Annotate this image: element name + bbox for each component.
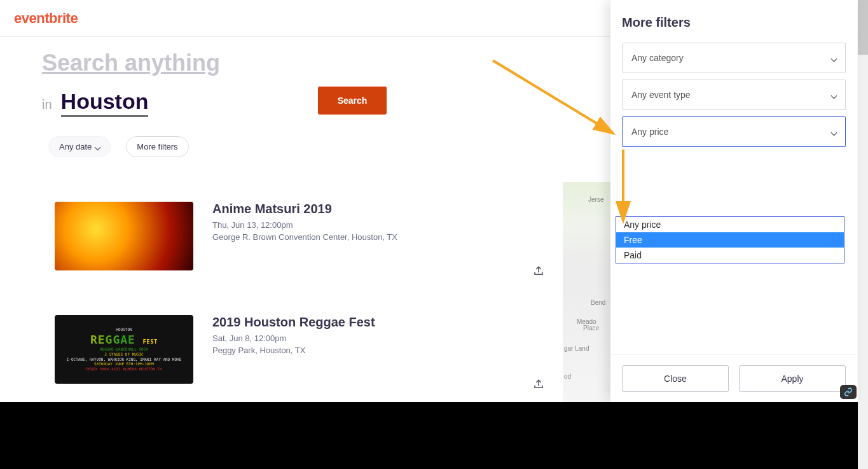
map-label: Jerse [588,196,603,203]
panel-footer: Close Apply [610,354,857,402]
any-date-pill[interactable]: Any date [48,136,111,157]
chevron-down-icon [832,127,836,137]
more-filters-pill[interactable]: More filters [126,136,188,157]
apply-button[interactable]: Apply [739,365,846,392]
event-info: 2019 Houston Reggae Fest Sat, Jun 8, 12:… [212,315,375,355]
logo[interactable]: eventbrite [14,10,78,27]
event-card[interactable]: Anime Matsuri 2019 Thu, Jun 13, 12:00pm … [42,202,589,315]
more-filters-panel: More filters Any category Any event type… [610,0,857,402]
chevron-down-icon [832,90,836,100]
event-thumbnail: HOUSTON REGGAE FEST REGGAE·DANCEHALL·SOC… [55,315,193,384]
map-label: Bend [591,299,605,306]
event-type-select[interactable]: Any event type [622,80,846,110]
event-date: Thu, Jun 13, 12:00pm [212,220,397,230]
chevron-down-icon [832,53,836,63]
price-option-paid[interactable]: Paid [616,248,844,263]
price-option-free[interactable]: Free [616,232,844,248]
close-button[interactable]: Close [622,365,729,392]
map-label: od [564,373,571,380]
map-label: gar Land [564,345,589,352]
panel-title: More filters [610,0,857,43]
event-location: George R. Brown Convention Center, Houst… [212,232,397,242]
event-date: Sat, Jun 8, 12:00pm [212,333,375,343]
any-date-label: Any date [59,142,92,151]
event-type-select-label: Any event type [631,90,691,100]
share-icon[interactable] [533,379,544,390]
event-info: Anime Matsuri 2019 Thu, Jun 13, 12:00pm … [212,202,397,242]
more-filters-label: More filters [137,142,177,151]
category-select[interactable]: Any category [622,43,846,73]
event-title: 2019 Houston Reggae Fest [212,315,375,330]
share-icon[interactable] [533,265,544,277]
price-select[interactable]: Any price [622,116,846,147]
scrollbar-thumb[interactable] [858,0,868,55]
event-thumbnail [55,202,193,270]
scrollbar-track[interactable] [858,0,868,469]
price-dropdown: Any price Free Paid [616,216,844,263]
price-option-any[interactable]: Any price [616,217,844,232]
location-name[interactable]: Houston [61,89,149,117]
price-select-label: Any price [631,127,668,137]
in-label: in [42,97,52,112]
chevron-down-icon [95,142,100,151]
footer-blackbar [0,402,858,469]
category-select-label: Any category [631,53,684,63]
search-button[interactable]: Search [318,87,387,115]
map-label: Place [583,325,599,332]
event-title: Anime Matsuri 2019 [212,202,397,216]
map-sliver[interactable]: Jerse Bend Meado Place gar Land od [563,182,610,402]
link-badge-icon[interactable] [840,385,857,399]
event-location: Peggy Park, Houston, TX [212,346,375,355]
